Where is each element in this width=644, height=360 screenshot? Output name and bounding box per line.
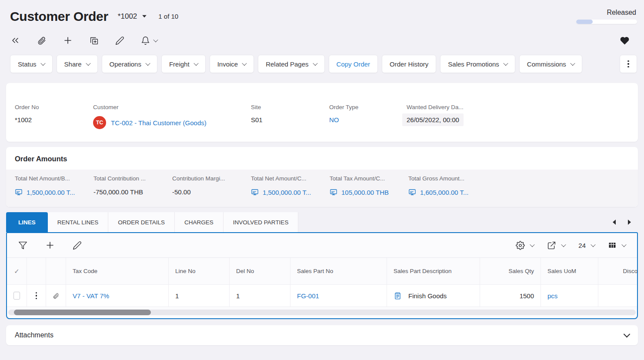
collapse-left-button[interactable] — [10, 35, 20, 46]
paperclip-icon[interactable] — [53, 292, 59, 300]
column-header-discount[interactable]: Discount — [598, 258, 638, 284]
page-title: Customer Order — [10, 9, 108, 24]
operations-button-label: Operations — [110, 60, 141, 68]
copy-order-button-label: Copy Order — [337, 60, 370, 68]
tab-rental-lines[interactable]: RENTAL LINES — [48, 212, 109, 232]
attachments-section[interactable]: Attachments — [6, 325, 638, 345]
gear-icon — [516, 241, 525, 250]
copy-order-button[interactable]: Copy Order — [329, 55, 378, 73]
field-value-link[interactable]: 1,605,000.00 T... — [408, 188, 481, 196]
field-total-contribution: Total Contribution ... -750,000.00 THB — [93, 175, 172, 196]
field-label: Customer — [93, 104, 245, 110]
row-select-cell — [7, 285, 27, 307]
duplicate-record-button[interactable] — [90, 36, 99, 45]
status-button[interactable]: Status — [10, 55, 53, 73]
cell-sales-part-no: FG-001 — [290, 285, 387, 307]
lines-panel: 24 ✓ Tax Code Line No Del No Sales Part … — [6, 232, 638, 319]
field-value-link[interactable]: 1,500,000.00 T... — [15, 188, 87, 196]
notepad-icon — [394, 292, 402, 300]
tab-lines[interactable]: LINES — [6, 212, 48, 232]
row-menu-cell — [27, 285, 46, 307]
favorite-button[interactable] — [620, 36, 629, 45]
heart-icon — [620, 36, 629, 45]
field-value-link[interactable]: 105,000.00 THB — [330, 188, 402, 196]
collapse-left-icon — [10, 35, 20, 46]
chevron-down-icon — [561, 242, 566, 247]
order-info-card: Order No *1002 Customer TC TC-002 - Thai… — [6, 83, 638, 142]
invoice-button[interactable]: Invoice — [210, 55, 254, 73]
edit-line-button[interactable] — [73, 241, 82, 250]
monitor-icon — [330, 188, 337, 196]
view-mode-selector[interactable] — [608, 241, 626, 250]
command-bar: Status Share Operations Freight Invoice … — [10, 55, 637, 73]
new-record-button[interactable] — [63, 35, 73, 46]
description-text: Finish Goods — [408, 292, 447, 300]
tab-scroll-right-icon[interactable] — [628, 220, 631, 225]
edit-record-button[interactable] — [115, 36, 124, 45]
operations-button[interactable]: Operations — [102, 55, 157, 73]
plus-icon — [63, 35, 73, 46]
check-icon: ✓ — [14, 267, 20, 275]
order-type-link[interactable]: NO — [329, 116, 339, 123]
attachments-button[interactable] — [37, 36, 46, 45]
export-button[interactable] — [547, 241, 565, 250]
column-header-sales-uom[interactable]: Sales UoM — [541, 258, 598, 284]
monitor-icon — [251, 188, 259, 196]
lines-toolbar: 24 — [7, 233, 637, 257]
horizontal-scrollbar-track[interactable] — [8, 310, 636, 315]
chevron-down-icon — [313, 61, 317, 66]
bell-icon — [141, 36, 150, 45]
filter-button[interactable] — [18, 241, 27, 250]
status-block: Released — [576, 9, 637, 24]
chevron-down-icon — [570, 61, 575, 66]
tab-order-details[interactable]: ORDER DETAILS — [108, 212, 175, 232]
chevron-down-icon — [40, 61, 45, 66]
chevron-down-icon — [86, 61, 90, 66]
field-value-link[interactable]: 1,500,000.00 T... — [251, 188, 324, 196]
status-progress-bar — [576, 20, 637, 24]
page-size-selector[interactable]: 24 — [578, 242, 595, 249]
status-badge: Released — [576, 9, 637, 17]
more-commands-button[interactable] — [620, 55, 637, 73]
status-progress-fill — [576, 20, 593, 24]
column-header-line-no[interactable]: Line No — [169, 258, 230, 284]
kebab-icon[interactable] — [36, 292, 37, 300]
select-all-header[interactable]: ✓ — [7, 258, 27, 284]
sales-promotions-button[interactable]: Sales Promotions — [440, 55, 515, 73]
field-label: Site — [251, 104, 323, 110]
field-value: -50.00 — [172, 188, 245, 196]
monitor-icon — [15, 188, 23, 196]
tax-code-link[interactable]: V7 - VAT 7% — [73, 292, 109, 300]
chevron-down-icon — [145, 61, 150, 66]
notifications-button[interactable] — [141, 36, 157, 45]
duplicate-icon — [90, 36, 99, 45]
field-wanted-delivery-date: Wanted Delivery Da... 26/05/2022, 00:00 — [407, 104, 546, 142]
share-button[interactable]: Share — [57, 55, 98, 73]
column-header-del-no[interactable]: Del No — [230, 258, 290, 284]
row-attachment-cell — [46, 285, 66, 307]
field-total-net-amount-base: Total Net Amount/B... 1,500,000.00 T... — [15, 175, 93, 196]
commissions-button[interactable]: Commissions — [519, 55, 582, 73]
sales-uom-link[interactable]: pcs — [547, 292, 557, 300]
column-header-sales-qty[interactable]: Sales Qty — [480, 258, 541, 284]
table-settings-button[interactable] — [516, 241, 534, 250]
record-selector[interactable]: *1002 — [118, 12, 147, 21]
related-pages-button[interactable]: Related Pages — [258, 55, 324, 73]
tab-scroll-left-icon[interactable] — [613, 220, 616, 225]
freight-button[interactable]: Freight — [161, 55, 206, 73]
column-header-sales-part-no[interactable]: Sales Part No — [290, 258, 387, 284]
sales-part-link[interactable]: FG-001 — [297, 292, 319, 300]
tab-charges[interactable]: CHARGES — [175, 212, 224, 232]
tab-involved-parties[interactable]: INVOLVED PARTIES — [224, 212, 299, 232]
customer-link[interactable]: TC-002 - Thai Customer (Goods) — [111, 119, 207, 127]
add-line-button[interactable] — [45, 240, 55, 250]
horizontal-scrollbar-thumb[interactable] — [14, 310, 151, 315]
column-header-tax-code[interactable]: Tax Code — [66, 258, 169, 284]
export-icon — [547, 241, 556, 250]
cell-sales-qty: 1500 — [480, 285, 541, 307]
tab-scroll-arrows — [613, 212, 638, 232]
column-header-sales-part-description[interactable]: Sales Part Description — [387, 258, 480, 284]
order-history-button[interactable]: Order History — [382, 55, 436, 73]
row-checkbox[interactable] — [13, 292, 20, 300]
status-button-label: Status — [18, 60, 37, 68]
